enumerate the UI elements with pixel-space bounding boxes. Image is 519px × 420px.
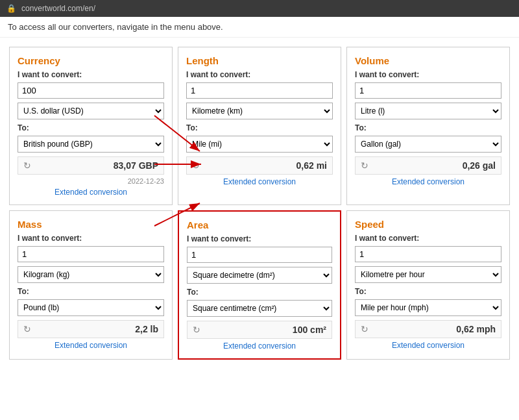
converter-to-select-currency[interactable]: British pound (GBP) <box>18 136 164 153</box>
converter-card-volume: Volume I want to convert: Litre (l) To: … <box>346 47 510 205</box>
converter-title-currency: Currency <box>18 55 164 66</box>
extended-conversion-link-mass[interactable]: Extended conversion <box>18 341 164 350</box>
converter-label-currency: I want to convert: <box>18 70 164 79</box>
converter-to-label-volume: To: <box>355 123 501 132</box>
extended-conversion-link-currency[interactable]: Extended conversion <box>18 188 164 197</box>
converter-from-select-currency[interactable]: U.S. dollar (USD) <box>18 103 164 119</box>
converter-title-mass: Mass <box>18 219 164 230</box>
converter-to-select-speed[interactable]: Mile per hour (mph) <box>355 299 501 316</box>
converter-from-select-mass[interactable]: Kilogram (kg) <box>18 266 164 283</box>
converter-to-label-area: To: <box>187 288 332 297</box>
converter-title-length: Length <box>186 55 333 66</box>
converter-to-label-speed: To: <box>355 287 501 296</box>
converter-card-currency: Currency I want to convert: U.S. dollar … <box>9 47 173 205</box>
refresh-icon-volume[interactable]: ↻ <box>361 160 368 171</box>
converter-to-select-length[interactable]: Mile (mi) <box>186 136 333 153</box>
browser-bar: 🔒 convertworld.com/en/ <box>0 0 519 17</box>
converter-result-row-mass: ↻ 2,2 lb <box>18 320 164 338</box>
lock-icon: 🔒 <box>6 4 16 13</box>
converter-input-length[interactable] <box>186 82 333 99</box>
converter-label-length: I want to convert: <box>186 70 333 79</box>
converter-input-currency[interactable] <box>18 82 164 99</box>
converter-from-select-volume[interactable]: Litre (l) <box>355 103 501 119</box>
converter-input-mass[interactable] <box>18 246 164 262</box>
converter-title-volume: Volume <box>355 55 501 66</box>
result-date-currency: 2022-12-23 <box>18 177 164 185</box>
converter-to-label-currency: To: <box>18 123 164 132</box>
refresh-icon-speed[interactable]: ↻ <box>361 324 368 334</box>
converter-to-select-volume[interactable]: Gallon (gal) <box>355 136 501 153</box>
converter-result-volume: 0,26 gal <box>463 160 496 171</box>
url-bar: convertworld.com/en/ <box>21 4 95 13</box>
converter-to-label-length: To: <box>186 123 333 132</box>
converter-from-select-length[interactable]: Kilometre (km) <box>186 103 333 119</box>
converter-result-speed: 0,62 mph <box>456 324 496 334</box>
converters-grid: Currency I want to convert: U.S. dollar … <box>0 38 519 369</box>
converter-result-mass: 2,2 lb <box>135 324 158 334</box>
converter-input-area[interactable] <box>187 247 332 263</box>
refresh-icon-currency[interactable]: ↻ <box>23 160 31 171</box>
converter-result-row-speed: ↻ 0,62 mph <box>355 320 501 338</box>
converter-card-area: Area I want to convert: Square decimetre… <box>178 210 341 360</box>
converter-result-currency: 83,07 GBP <box>114 160 158 171</box>
converter-title-speed: Speed <box>355 219 501 230</box>
converter-input-volume[interactable] <box>355 82 501 99</box>
converter-label-speed: I want to convert: <box>355 234 501 243</box>
converter-card-length: Length I want to convert: Kilometre (km)… <box>178 47 341 205</box>
refresh-icon-mass[interactable]: ↻ <box>23 324 31 334</box>
converter-from-select-area[interactable]: Square decimetre (dm²) <box>187 267 332 284</box>
converter-to-select-mass[interactable]: Pound (lb) <box>18 299 164 316</box>
converter-card-mass: Mass I want to convert: Kilogram (kg) To… <box>9 210 173 360</box>
converter-result-row-length: ↻ 0,62 mi <box>186 156 333 175</box>
converter-input-speed[interactable] <box>355 246 501 262</box>
converter-result-row-currency: ↻ 83,07 GBP <box>18 156 164 175</box>
converter-from-select-speed[interactable]: Kilometre per hour <box>355 266 501 283</box>
converter-to-select-area[interactable]: Square centimetre (cm²) <box>187 300 332 317</box>
page-notice: To access all our converters, navigate i… <box>0 17 519 38</box>
converter-title-area: Area <box>187 219 332 230</box>
converter-result-area: 100 cm² <box>293 325 326 335</box>
extended-conversion-link-volume[interactable]: Extended conversion <box>355 177 501 186</box>
converter-label-area: I want to convert: <box>187 234 332 243</box>
converter-card-speed: Speed I want to convert: Kilometre per h… <box>346 210 510 360</box>
converter-label-volume: I want to convert: <box>355 70 501 79</box>
extended-conversion-link-area[interactable]: Extended conversion <box>187 341 332 351</box>
converter-to-label-mass: To: <box>18 287 164 296</box>
converter-result-row-volume: ↻ 0,26 gal <box>355 156 501 175</box>
converter-result-row-area: ↻ 100 cm² <box>187 321 332 339</box>
extended-conversion-link-length[interactable]: Extended conversion <box>186 177 333 186</box>
converter-result-length: 0,62 mi <box>296 160 327 171</box>
converter-label-mass: I want to convert: <box>18 234 164 243</box>
extended-conversion-link-speed[interactable]: Extended conversion <box>355 341 501 350</box>
refresh-icon-length[interactable]: ↻ <box>192 160 200 171</box>
refresh-icon-area[interactable]: ↻ <box>193 325 200 335</box>
